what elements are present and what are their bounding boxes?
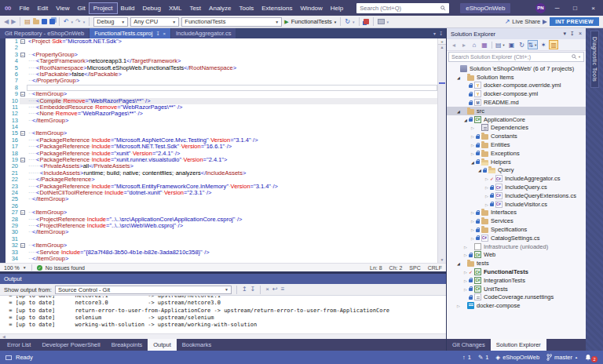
tree-item-entities[interactable]: Entities	[447, 140, 586, 149]
window-position-icon[interactable]: ▾	[564, 31, 567, 37]
navigate-back-icon[interactable]: ◀	[4, 18, 9, 26]
collapsed-arrow-icon[interactable]	[462, 268, 469, 275]
code-line-34[interactable]: 34··</ItemGroup>	[5, 256, 437, 262]
next-message-icon[interactable]: ↧	[250, 286, 256, 293]
panel-tab-breakpoints[interactable]: Breakpoints	[106, 339, 148, 351]
avatar[interactable]: PN	[535, 3, 546, 13]
tree-item-docker-compose[interactable]: docker-compose	[447, 301, 586, 310]
tree-item-services[interactable]: Services	[447, 217, 586, 225]
properties-icon[interactable]: ✶	[539, 40, 548, 49]
tree-item-docker-compose-yml[interactable]: docker-compose.yml	[447, 89, 586, 98]
code-line-12[interactable]: 12····<None·Remove="WebRazorPages\**"·/>	[5, 111, 437, 117]
live-share-button[interactable]: ↗Live Share	[505, 18, 541, 26]
space-mode-indicator[interactable]: SPC	[409, 265, 420, 271]
menu-build[interactable]: Build	[117, 3, 139, 13]
float-window-icon[interactable]: ↧	[439, 31, 443, 36]
code-line-1[interactable]: 1<Project·Sdk="Microsoft.NET.Sdk">	[5, 38, 437, 45]
environment-dropdown-icon[interactable]: ▾	[387, 18, 389, 26]
menu-git[interactable]: Git	[73, 3, 89, 13]
collapsed-arrow-icon[interactable]	[470, 226, 476, 233]
redo-dropdown-icon[interactable]: ▾	[83, 18, 86, 26]
code-line-4[interactable]: 4····<TargetFramework>netcoreapp3.1</Tar…	[5, 58, 437, 64]
word-wrap-icon[interactable]: ↩	[272, 286, 278, 293]
tree-item-catalogsettings-cs[interactable]: CatalogSettings.cs	[447, 234, 586, 242]
close-tab-icon[interactable]: ×	[163, 31, 166, 36]
tree-item-web[interactable]: Web	[447, 251, 586, 260]
editor-zoom-select[interactable]: 100 %	[4, 265, 20, 271]
int-preview-button[interactable]: INT PREVIEW	[550, 17, 599, 26]
tree-item-unittests[interactable]: UnitTests	[447, 285, 586, 293]
code-line-3[interactable]: 3··<PropertyGroup>	[5, 52, 437, 58]
autoscroll-icon[interactable]: ≡	[281, 286, 285, 293]
code-line-16[interactable]: 16····<PackageReference·Include="Microso…	[5, 137, 437, 144]
line-indicator[interactable]: Ln: 8	[370, 265, 382, 271]
save-icon[interactable]	[42, 19, 47, 24]
tree-item-includequery-cs[interactable]: IncludeQuery.cs	[447, 183, 586, 191]
menu-xml[interactable]: XML	[165, 3, 185, 13]
tree-item-includeaggregator-cs[interactable]: ✓IncludeAggregator.cs	[447, 174, 586, 183]
code-line-6[interactable]: 6····<IsPackable>false</IsPackable>	[5, 71, 437, 78]
tree-item-src[interactable]: src	[447, 107, 586, 115]
code-line-11[interactable]: 11····<EmbeddedResource·Remove="WebRazor…	[5, 104, 437, 111]
close-button[interactable]: ×	[587, 5, 600, 12]
clear-all-icon[interactable]: ×	[265, 286, 269, 293]
code-line-8[interactable]: 8	[5, 85, 437, 91]
code-area[interactable]: 1<Project·Sdk="Microsoft.NET.Sdk">23··<P…	[5, 38, 437, 263]
collapsed-arrow-icon[interactable]	[484, 184, 490, 191]
start-debug-button[interactable]: ▶FunctionalTests▾	[284, 18, 336, 25]
collapsed-arrow-icon[interactable]	[462, 277, 469, 284]
expanded-arrow-icon[interactable]	[462, 116, 469, 123]
eol-indicator[interactable]: CRLF	[428, 265, 442, 271]
redo-icon[interactable]: ↷	[75, 18, 81, 26]
code-line-5[interactable]: 5····<RootNamespace>Microsoft.eShopWeb.F…	[5, 65, 437, 71]
issues-status[interactable]: No issues found	[46, 265, 85, 271]
tree-item-specifications[interactable]: Specifications	[447, 225, 586, 234]
collapsed-arrow-icon[interactable]	[470, 141, 476, 148]
environment-preview-icon[interactable]	[378, 19, 385, 24]
menu-file[interactable]: File	[16, 3, 34, 13]
previous-message-icon[interactable]: ↥	[242, 286, 247, 293]
code-line-31[interactable]: 31	[5, 236, 437, 242]
code-line-22[interactable]: 22····</PackageReference>	[5, 177, 437, 183]
zoom-dropdown-icon[interactable]: ▼	[23, 265, 27, 270]
menu-edit[interactable]: Edit	[33, 3, 52, 13]
tree-item-applicationcore[interactable]: ApplicationCore	[447, 115, 586, 124]
tree-item-includequeryextensions-cs[interactable]: IncludeQueryExtensions.cs	[447, 191, 586, 200]
fold-collapse-icon[interactable]	[20, 92, 25, 96]
panel-tab-solution-explorer[interactable]: Solution Explorer	[491, 339, 546, 351]
tree-item-infrastructure-unloaded[interactable]: Infrastructure (unloaded)	[447, 242, 586, 251]
tree-item-functionaltests[interactable]: ✓FunctionalTests	[447, 268, 586, 276]
code-line-20[interactable]: 20······<PrivateAssets>all</PrivateAsset…	[5, 163, 437, 169]
tree-item-readme-md[interactable]: README.md	[447, 98, 586, 107]
code-line-32[interactable]: 32··<ItemGroup>	[5, 242, 437, 249]
menu-view[interactable]: View	[52, 3, 73, 13]
code-line-28[interactable]: 28····<ProjectReference·Include="..\..\s…	[5, 217, 437, 223]
menu-analyze[interactable]: Analyze	[205, 3, 235, 13]
diagnostic-tools-tab[interactable]: Diagnostic Tools	[590, 31, 599, 88]
health-check-icon[interactable]: ✓	[37, 265, 42, 271]
menu-tools[interactable]: Tools	[236, 3, 258, 13]
code-line-33[interactable]: 33····<Service·Include="{82a7f48d-3b50-4…	[5, 249, 437, 256]
navigate-forward-icon[interactable]: ▶	[11, 18, 16, 26]
code-line-24[interactable]: 24····<DotNetCliToolReference·Include="d…	[5, 190, 437, 196]
fold-collapse-icon[interactable]	[20, 243, 25, 248]
tree-item-includevisitor-cs[interactable]: IncludeVisitor.cs	[447, 200, 586, 209]
fold-collapse-icon[interactable]	[20, 158, 25, 162]
code-line-13[interactable]: 13··</ItemGroup>	[5, 118, 437, 124]
sync-with-active-document-icon[interactable]: ⇅▼	[528, 40, 539, 49]
search-options-dropdown-icon[interactable]: ▼	[578, 55, 581, 59]
menu-help[interactable]: Help	[327, 3, 347, 13]
code-line-23[interactable]: 23····<PackageReference·Include="Microso…	[5, 184, 437, 190]
forward-icon[interactable]: ▸	[459, 40, 469, 49]
scroll-down-icon[interactable]: ▼	[440, 257, 444, 263]
tree-item-interfaces[interactable]: Interfaces	[447, 209, 586, 217]
indicator-margin[interactable]	[0, 38, 5, 263]
show-all-files-icon[interactable]: ▣	[507, 40, 517, 49]
expanded-arrow-icon[interactable]	[455, 260, 462, 267]
collapse-all-icon[interactable]: ▤▼	[495, 40, 506, 49]
code-line-7[interactable]: 7··</PropertyGroup>	[5, 78, 437, 84]
expanded-arrow-icon[interactable]	[477, 166, 483, 173]
expanded-arrow-icon[interactable]	[455, 107, 462, 115]
panel-tab-developer-powershell[interactable]: Developer PowerShell	[36, 339, 105, 351]
undo-dropdown-icon[interactable]: ▾	[71, 18, 74, 26]
